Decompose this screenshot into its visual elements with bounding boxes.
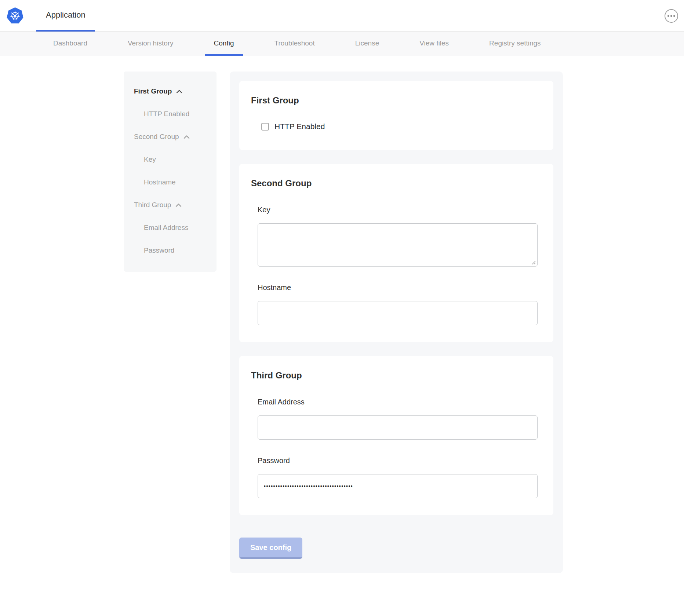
sidebar-item-hostname[interactable]: Hostname <box>134 177 209 187</box>
group-title: Third Group <box>251 370 537 381</box>
kubernetes-logo-icon <box>7 7 23 25</box>
sidebar-group-label: Second Group <box>134 132 179 142</box>
sidebar-group-first-group[interactable]: First Group <box>134 86 209 96</box>
app-header: Application <box>0 0 684 32</box>
ellipsis-icon <box>667 15 669 17</box>
key-textarea[interactable] <box>258 223 538 267</box>
logo-container <box>0 0 36 32</box>
http-enabled-checkbox[interactable] <box>261 123 269 131</box>
config-group-card-second: Second Group Key Hostname <box>239 164 553 342</box>
email-address-input[interactable] <box>258 415 538 440</box>
email-address-field: Email Address <box>258 397 537 440</box>
config-group-card-third: Third Group Email Address Password <box>239 356 553 515</box>
key-label: Key <box>258 205 537 214</box>
tab-version-history[interactable]: Version history <box>119 32 182 56</box>
overflow-menu-button[interactable] <box>665 9 678 23</box>
tab-dashboard[interactable]: Dashboard <box>44 32 96 56</box>
tab-license[interactable]: License <box>346 32 388 56</box>
http-enabled-label: HTTP Enabled <box>274 122 325 131</box>
tab-view-files[interactable]: View files <box>411 32 458 56</box>
config-group-card-first: First Group HTTP Enabled <box>239 81 553 150</box>
email-address-label: Email Address <box>258 397 537 407</box>
tab-config[interactable]: Config <box>205 32 243 56</box>
tab-registry-settings[interactable]: Registry settings <box>480 32 549 56</box>
http-enabled-field: HTTP Enabled <box>261 122 537 131</box>
hostname-input[interactable] <box>258 301 538 325</box>
config-page: First Group HTTP Enabled Second Group Ke… <box>0 56 684 573</box>
sidebar-item-password[interactable]: Password <box>134 245 209 256</box>
password-label: Password <box>258 456 537 465</box>
sidebar-group-label: Third Group <box>134 200 171 210</box>
save-config-button[interactable]: Save config <box>239 538 302 559</box>
main-nav-tabbar: Dashboard Version history Config Trouble… <box>0 32 684 56</box>
sidebar-group-label: First Group <box>134 86 172 96</box>
config-form-area: First Group HTTP Enabled Second Group Ke… <box>230 72 563 573</box>
chevron-up-icon <box>176 89 182 94</box>
key-field: Key <box>258 205 537 267</box>
password-field: Password <box>258 456 537 498</box>
application-tab-label: Application <box>46 10 86 20</box>
password-input[interactable] <box>258 474 538 498</box>
config-sidebar: First Group HTTP Enabled Second Group Ke… <box>124 72 217 272</box>
hostname-label: Hostname <box>258 283 537 292</box>
sidebar-group-second-group[interactable]: Second Group <box>134 132 209 142</box>
sidebar-group-third-group[interactable]: Third Group <box>134 200 209 210</box>
chevron-up-icon <box>183 135 190 139</box>
application-tab[interactable]: Application <box>36 0 95 32</box>
group-title: Second Group <box>251 178 537 189</box>
chevron-up-icon <box>175 203 182 207</box>
tab-troubleshoot[interactable]: Troubleshoot <box>266 32 324 56</box>
sidebar-item-email-address[interactable]: Email Address <box>134 223 209 233</box>
sidebar-item-key[interactable]: Key <box>134 154 209 165</box>
group-title: First Group <box>251 95 537 106</box>
hostname-field: Hostname <box>258 283 537 325</box>
sidebar-item-http-enabled[interactable]: HTTP Enabled <box>134 109 209 119</box>
